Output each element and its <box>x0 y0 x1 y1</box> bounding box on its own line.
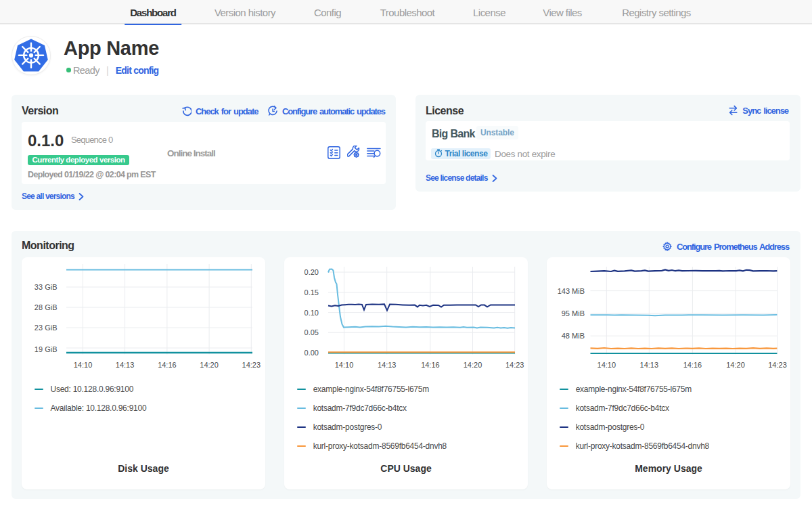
svg-text:0.15: 0.15 <box>304 288 319 297</box>
svg-text:14:23: 14:23 <box>242 361 261 369</box>
svg-text:14:10: 14:10 <box>597 361 616 369</box>
svg-text:48 MiB: 48 MiB <box>562 332 585 340</box>
svg-text:0.20: 0.20 <box>304 268 319 276</box>
svg-text:14:16: 14:16 <box>158 361 177 369</box>
svg-text:14:16: 14:16 <box>421 361 440 369</box>
svg-text:14:20: 14:20 <box>726 361 745 369</box>
svg-text:143 MiB: 143 MiB <box>558 287 585 295</box>
svg-text:14:20: 14:20 <box>464 361 482 369</box>
svg-text:14:23: 14:23 <box>768 361 787 369</box>
svg-text:14:10: 14:10 <box>74 361 93 369</box>
svg-text:95 MiB: 95 MiB <box>562 309 585 317</box>
svg-text:0.10: 0.10 <box>304 309 319 317</box>
svg-text:0.05: 0.05 <box>304 328 319 336</box>
svg-text:14:20: 14:20 <box>200 361 219 369</box>
svg-text:14:10: 14:10 <box>335 361 354 369</box>
svg-text:23 GiB: 23 GiB <box>35 324 58 332</box>
svg-text:28 GiB: 28 GiB <box>35 303 58 311</box>
svg-text:33 GiB: 33 GiB <box>35 283 58 291</box>
svg-text:0.00: 0.00 <box>304 349 319 357</box>
svg-text:14:13: 14:13 <box>640 361 659 369</box>
svg-text:14:13: 14:13 <box>116 361 135 369</box>
svg-text:19 GiB: 19 GiB <box>35 345 58 353</box>
svg-text:14:23: 14:23 <box>505 361 524 369</box>
svg-text:14:16: 14:16 <box>683 361 702 369</box>
svg-text:14:13: 14:13 <box>378 361 397 369</box>
